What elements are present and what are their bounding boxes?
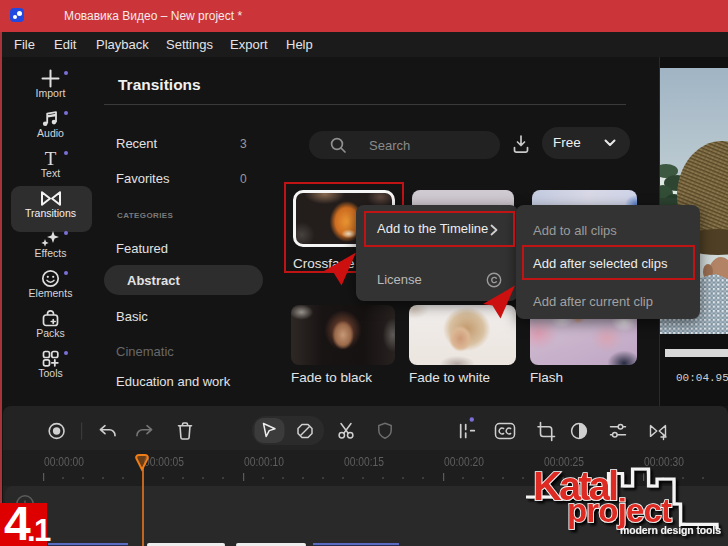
svg-text:T: T <box>45 149 57 168</box>
svg-text:modern design tools: modern design tools <box>620 524 721 536</box>
svg-text:project: project <box>567 492 672 529</box>
